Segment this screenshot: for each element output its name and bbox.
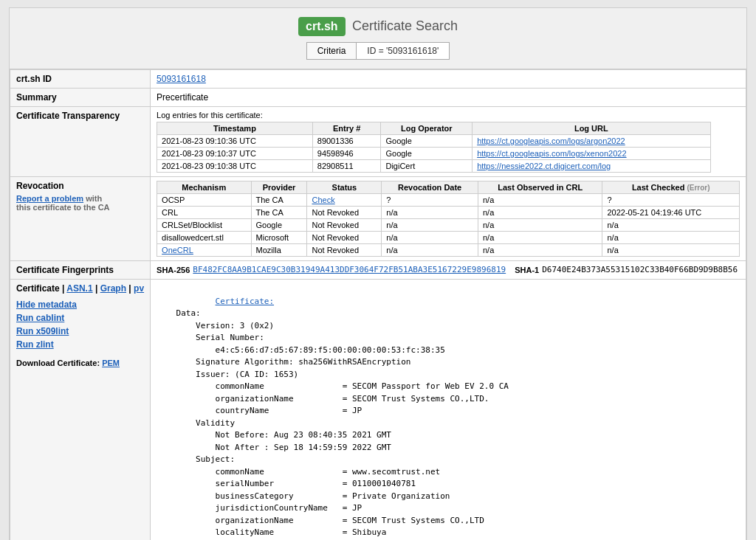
ocsp-check-link[interactable]: Check: [312, 195, 334, 204]
header-title: Certificate Search: [352, 18, 458, 33]
rev-cell: The CA: [251, 207, 307, 219]
revocation-content: Mechanism Provider Status Revocation Dat…: [151, 177, 746, 261]
fp-content: SHA-256 BF482FC8AA9B1CAE9C30B31949A413DD…: [151, 261, 746, 280]
certificate-header-link[interactable]: Certificate:: [216, 297, 274, 306]
ct-table: Timestamp Entry # Log Operator Log URL 2…: [157, 122, 710, 173]
rev-cell: CRL: [157, 207, 251, 219]
hide-metadata-link[interactable]: Hide metadata: [16, 300, 77, 310]
onecrl-link[interactable]: OneCRL: [162, 246, 193, 255]
row-ct: Certificate Transparency Log entries for…: [10, 107, 746, 177]
sha256-value[interactable]: BF482FC8AA9B1CAE9C30B31949A413DDF3064F72…: [193, 265, 506, 274]
row-id: crt.sh ID 5093161618: [10, 70, 746, 89]
row-cert: Certificate | ASN.1 | Graph | pv Hide me…: [10, 280, 746, 541]
rev-cell: 2022-05-21 04:19:46 UTC: [602, 207, 740, 219]
ct-log-url[interactable]: https://ct.googleapis.com/logs/argon2022: [477, 136, 625, 145]
ct-col-operator: Log Operator: [381, 122, 472, 135]
rev-cell: n/a: [602, 244, 740, 257]
graph-link[interactable]: Graph: [100, 283, 126, 294]
id-link[interactable]: 5093161618: [157, 74, 206, 84]
cert-left-cell: Certificate | ASN.1 | Graph | pv Hide me…: [10, 280, 151, 541]
fp-label-cell: Certificate Fingerprints: [10, 261, 151, 280]
asn1-link[interactable]: ASN.1: [66, 283, 92, 294]
rev-cell: n/a: [478, 244, 602, 257]
run-x509lint-link[interactable]: Run x509lint: [16, 326, 69, 336]
rev-cell: n/a: [602, 219, 740, 232]
rev-cell: ?: [602, 194, 740, 207]
report-problem-link[interactable]: Report a problem: [16, 194, 83, 203]
ct-col-timestamp: Timestamp: [157, 122, 313, 135]
ct-cell: https://ct.googleapis.com/logs/argon2022: [472, 135, 710, 148]
pv-link[interactable]: pv: [134, 283, 144, 294]
row-revocation: Revocation Report a problem withthis cer…: [10, 177, 746, 261]
ct-row: 2021-08-23 09:10:38 UTC82908511DigiCerth…: [157, 160, 710, 173]
rev-cell: Check: [307, 194, 382, 207]
ct-log-url[interactable]: https://ct.googleapis.com/logs/xenon2022: [477, 149, 626, 158]
ct-scroll[interactable]: Timestamp Entry # Log Operator Log URL 2…: [157, 122, 740, 173]
rev-cell: n/a: [478, 232, 602, 244]
id-tab[interactable]: ID = '5093161618': [357, 42, 450, 60]
rev-row: CRLSet/BlocklistGoogleNot Revokedn/an/an…: [157, 219, 740, 232]
rev-cell: n/a: [382, 244, 478, 257]
rev-cell: OCSP: [157, 194, 251, 207]
rev-cell: n/a: [478, 207, 602, 219]
sha256-block: SHA-256 BF482FC8AA9B1CAE9C30B31949A413DD…: [157, 265, 740, 274]
id-value-cell: 5093161618: [151, 70, 746, 89]
rev-cell: Google: [251, 219, 307, 232]
rev-row: CRLThe CANot Revokedn/an/a2022-05-21 04:…: [157, 207, 740, 219]
rev-cell: disallowedcert.stl: [157, 232, 251, 244]
rev-table: Mechanism Provider Status Revocation Dat…: [157, 181, 740, 257]
ct-cell: DigiCert: [381, 160, 472, 173]
run-zlint-link[interactable]: Run zlint: [16, 339, 54, 350]
rev-col-provider: Provider: [251, 181, 307, 194]
rev-cell: n/a: [382, 219, 478, 232]
rev-cell: Mozilla: [251, 244, 307, 257]
rev-cell: Microsoft: [251, 232, 307, 244]
sha1-label: SHA-1: [515, 266, 539, 274]
sha256-label: SHA-256: [157, 266, 190, 274]
cert-label: Certificate | ASN.1 | Graph | pv: [16, 283, 144, 294]
ct-cell: 94598946: [312, 148, 381, 160]
rev-cell: n/a: [478, 219, 602, 232]
rev-cell: n/a: [478, 194, 602, 207]
ct-header-row: Timestamp Entry # Log Operator Log URL: [157, 122, 710, 135]
sep1: |: [95, 283, 100, 294]
rev-cell: Not Revoked: [307, 244, 382, 257]
criteria-tab[interactable]: Criteria: [306, 42, 357, 60]
id-label: crt.sh ID: [10, 70, 151, 89]
main-table: crt.sh ID 5093161618 Summary Precertific…: [10, 69, 746, 540]
rev-cell: OneCRL: [157, 244, 251, 257]
rev-row: disallowedcert.stlMicrosoftNot Revokedn/…: [157, 232, 740, 244]
rev-row: OCSPThe CACheck?n/a?: [157, 194, 740, 207]
revocation-sub: Report a problem withthis certificate to…: [16, 194, 144, 212]
ct-col-entry: Entry #: [312, 122, 381, 135]
summary-value: Precertificate: [151, 89, 746, 107]
rev-cell: n/a: [382, 207, 478, 219]
ct-log-url[interactable]: https://nessie2022.ct.digicert.com/log: [477, 162, 611, 170]
ct-row: 2021-08-23 09:10:36 UTC89001336Googlehtt…: [157, 135, 710, 148]
ct-col-url: Log URL: [472, 122, 710, 135]
ct-cell: 82908511: [312, 160, 381, 173]
ct-label: Certificate Transparency: [10, 107, 151, 177]
ct-note: Log entries for this certificate:: [157, 111, 740, 120]
rev-cell: CRLSet/Blocklist: [157, 219, 251, 232]
run-cablint-link[interactable]: Run cablint: [16, 313, 64, 323]
row-summary: Summary Precertificate: [10, 89, 746, 107]
revocation-label-cell: Revocation Report a problem withthis cer…: [10, 177, 151, 261]
rev-col-mechanism: Mechanism: [157, 181, 251, 194]
rev-cell: n/a: [602, 232, 740, 244]
rev-cell: ?: [382, 194, 478, 207]
ct-cell: https://ct.googleapis.com/logs/xenon2022: [472, 148, 710, 160]
pem-link[interactable]: PEM: [102, 359, 120, 367]
ct-cell: 2021-08-23 09:10:37 UTC: [157, 148, 313, 160]
ct-cell: Google: [381, 135, 472, 148]
rev-cell: Not Revoked: [307, 219, 382, 232]
ct-cell: 89001336: [312, 135, 381, 148]
rev-row: OneCRLMozillaNot Revokedn/an/an/a: [157, 244, 740, 257]
header: crt.sh Certificate Search Criteria ID = …: [10, 8, 746, 69]
row-fingerprints: Certificate Fingerprints SHA-256 BF482FC…: [10, 261, 746, 280]
rev-col-lastobs: Last Observed in CRL: [478, 181, 602, 194]
rev-cell: Not Revoked: [307, 207, 382, 219]
rev-col-revdate: Revocation Date: [382, 181, 478, 194]
revocation-label: Revocation: [16, 181, 144, 191]
rev-cell: Not Revoked: [307, 232, 382, 244]
